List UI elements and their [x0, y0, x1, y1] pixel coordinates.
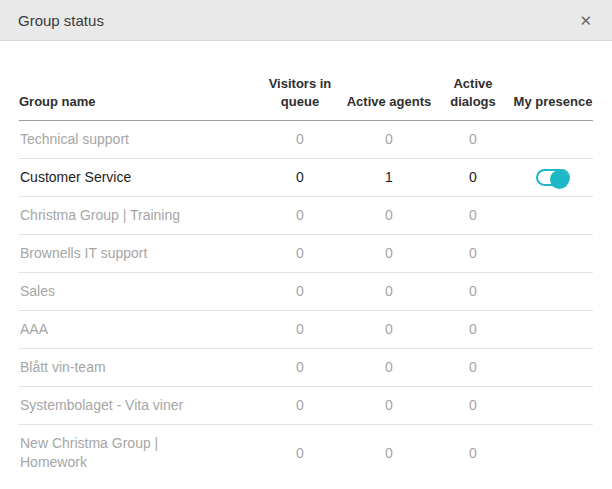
table-row: Brownells IT support000: [19, 234, 593, 272]
active-agents-value: 0: [345, 196, 433, 234]
column-header-my-presence: My presence: [513, 41, 593, 120]
active-agents-value: 0: [345, 310, 433, 348]
visitors-in-queue-value: 0: [255, 234, 345, 272]
table-row: Technical support000: [19, 120, 593, 158]
close-icon[interactable]: ✕: [577, 11, 594, 30]
visitors-in-queue-value: 0: [255, 310, 345, 348]
active-agents-value: 0: [345, 272, 433, 310]
group-name: Customer Service: [19, 158, 255, 196]
active-agents-value: 0: [345, 386, 433, 424]
table-row: Systembolaget - Vita viner000: [19, 386, 593, 424]
my-presence-cell: [513, 272, 593, 310]
visitors-in-queue-value: 0: [255, 120, 345, 158]
group-name: Christma Group | Training: [19, 196, 255, 234]
table-row: New Christma Group | Homework000: [19, 424, 593, 481]
visitors-in-queue-value: 0: [255, 348, 345, 386]
group-name: Brownells IT support: [19, 234, 255, 272]
active-dialogs-value: 0: [433, 158, 513, 196]
table-header-row: Group name Visitors in queue Active agen…: [19, 41, 593, 120]
active-dialogs-value: 0: [433, 424, 513, 481]
my-presence-cell: [513, 386, 593, 424]
my-presence-cell: [513, 158, 593, 196]
my-presence-cell: [513, 424, 593, 481]
active-dialogs-value: 0: [433, 272, 513, 310]
table-row: Customer Service010: [19, 158, 593, 196]
active-dialogs-value: 0: [433, 386, 513, 424]
active-dialogs-value: 0: [433, 234, 513, 272]
active-dialogs-value: 0: [433, 310, 513, 348]
active-agents-value: 0: [345, 424, 433, 481]
group-table-body: Technical support000Customer Service010C…: [19, 120, 593, 481]
group-name: Systembolaget - Vita viner: [19, 386, 255, 424]
group-name: Blått vin-team: [19, 348, 255, 386]
group-name: Sales: [19, 272, 255, 310]
presence-toggle[interactable]: [536, 169, 570, 186]
table-row: AAA000: [19, 310, 593, 348]
visitors-in-queue-value: 0: [255, 158, 345, 196]
active-agents-value: 0: [345, 120, 433, 158]
column-header-active-dialogs: Active dialogs: [433, 41, 513, 120]
group-name: New Christma Group | Homework: [19, 424, 255, 481]
active-agents-value: 0: [345, 234, 433, 272]
visitors-in-queue-value: 0: [255, 196, 345, 234]
table-row: Sales000: [19, 272, 593, 310]
group-status-table-container: Group name Visitors in queue Active agen…: [0, 41, 612, 481]
column-header-active-agents: Active agents: [345, 41, 433, 120]
my-presence-cell: [513, 310, 593, 348]
my-presence-cell: [513, 196, 593, 234]
visitors-in-queue-value: 0: [255, 424, 345, 481]
modal-header: Group status ✕: [0, 0, 612, 41]
table-row: Christma Group | Training000: [19, 196, 593, 234]
visitors-in-queue-value: 0: [255, 386, 345, 424]
my-presence-cell: [513, 120, 593, 158]
group-name: AAA: [19, 310, 255, 348]
toggle-knob-icon: [550, 170, 569, 189]
active-agents-value: 1: [345, 158, 433, 196]
active-dialogs-value: 0: [433, 348, 513, 386]
table-row: Blått vin-team000: [19, 348, 593, 386]
column-header-group-name: Group name: [19, 41, 255, 120]
modal-title: Group status: [18, 12, 104, 29]
column-header-visitors-in-queue: Visitors in queue: [255, 41, 345, 120]
my-presence-cell: [513, 348, 593, 386]
active-dialogs-value: 0: [433, 120, 513, 158]
my-presence-cell: [513, 234, 593, 272]
group-status-table: Group name Visitors in queue Active agen…: [19, 41, 593, 481]
active-agents-value: 0: [345, 348, 433, 386]
group-name: Technical support: [19, 120, 255, 158]
active-dialogs-value: 0: [433, 196, 513, 234]
visitors-in-queue-value: 0: [255, 272, 345, 310]
group-status-modal: Group status ✕ Group name Visitors in qu…: [0, 0, 612, 489]
